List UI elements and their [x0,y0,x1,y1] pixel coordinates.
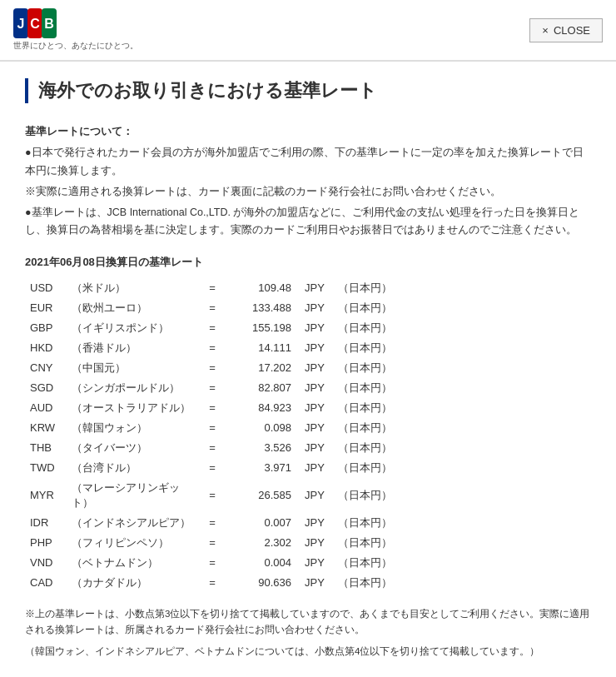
currency-name: （中国元） [67,358,200,378]
rate-value: 82.807 [225,378,300,398]
equals-sign: = [200,438,225,458]
currency-code: EUR [25,298,67,318]
equals-sign: = [200,513,225,533]
rate-value: 133.488 [225,298,300,318]
notes-line3: ●基準レートは、JCB International Co.,LTD. が海外の加… [25,204,591,240]
currency-name: （韓国ウォン） [67,418,200,438]
equals-sign: = [200,553,225,573]
jpy-code: JPY [300,378,333,398]
currency-name: （インドネシアルピア） [67,513,200,533]
jpy-code: JPY [300,418,333,438]
equals-sign: = [200,318,225,338]
currency-code: AUD [25,398,67,418]
equals-sign: = [200,378,225,398]
rate-row: HKD （香港ドル） = 14.111 JPY （日本円） [25,338,591,358]
logo-tagline: 世界にひとつ、あなたにひとつ。 [13,40,138,52]
equals-sign: = [200,398,225,418]
currency-code: GBP [25,318,67,338]
jpy-name: （日本円） [333,438,591,458]
rate-row: CNY （中国元） = 17.202 JPY （日本円） [25,358,591,378]
rate-date-title: 2021年06月08日換算日の基準レート [25,255,591,270]
jpy-code: JPY [300,573,333,593]
currency-code: VND [25,553,67,573]
close-button[interactable]: × CLOSE [529,18,603,42]
rate-row: KRW （韓国ウォン） = 0.098 JPY （日本円） [25,418,591,438]
rate-row: MYR （マレーシアリンギット） = 26.585 JPY （日本円） [25,478,591,513]
currency-code: MYR [25,478,67,513]
equals-sign: = [200,418,225,438]
rate-row: GBP （イギリスポンド） = 155.198 JPY （日本円） [25,318,591,338]
rate-row: PHP （フィリピンペソ） = 2.302 JPY （日本円） [25,533,591,553]
logo-area: J C B 世界にひとつ、あなたにひとつ。 [13,8,138,52]
currency-code: USD [25,278,67,298]
close-icon: × [542,24,549,37]
rate-value: 3.971 [225,458,300,478]
jpy-name: （日本円） [333,573,591,593]
page-title: 海外でのお取り引きにおける基準レート [25,78,591,103]
rate-row: IDR （インドネシアルピア） = 0.007 JPY （日本円） [25,513,591,533]
jpy-name: （日本円） [333,398,591,418]
jpy-code: JPY [300,513,333,533]
currency-name: （台湾ドル） [67,458,200,478]
currency-code: CNY [25,358,67,378]
rate-value: 3.526 [225,438,300,458]
currency-code: KRW [25,418,67,438]
jpy-code: JPY [300,458,333,478]
jpy-code: JPY [300,358,333,378]
currency-name: （ベトナムドン） [67,553,200,573]
rate-table: USD （米ドル） = 109.48 JPY （日本円） EUR （欧州ユーロ）… [25,278,591,593]
rate-value: 155.198 [225,318,300,338]
header: J C B 世界にひとつ、あなたにひとつ。 × CLOSE [0,0,616,61]
rate-value: 84.923 [225,398,300,418]
currency-code: HKD [25,338,67,358]
notes-line1: ●日本で発行されたカード会員の方が海外加盟店でご利用の際、下の基準レートに一定の… [25,144,591,180]
jpy-code: JPY [300,478,333,513]
equals-sign: = [200,478,225,513]
currency-code: IDR [25,513,67,533]
rate-row: THB （タイバーツ） = 3.526 JPY （日本円） [25,438,591,458]
jpy-name: （日本円） [333,378,591,398]
jpy-name: （日本円） [333,298,591,318]
jpy-code: JPY [300,398,333,418]
jpy-code: JPY [300,278,333,298]
jpy-name: （日本円） [333,458,591,478]
svg-text:B: B [44,17,54,31]
equals-sign: = [200,298,225,318]
jpy-code: JPY [300,438,333,458]
footnote-1b: （韓国ウォン、インドネシアルピア、ベトナムドンについては、小数点第4位以下を切り… [25,644,591,660]
equals-sign: = [200,533,225,553]
currency-name: （フィリピンペソ） [67,533,200,553]
rate-row: AUD （オーストラリアドル） = 84.923 JPY （日本円） [25,398,591,418]
jpy-code: JPY [300,338,333,358]
footnote-1: ※上の基準レートは、小数点第3位以下を切り捨てて掲載していますので、あくまでも目… [25,606,591,639]
rate-row: EUR （欧州ユーロ） = 133.488 JPY （日本円） [25,298,591,318]
rate-value: 0.007 [225,513,300,533]
currency-code: PHP [25,533,67,553]
jpy-name: （日本円） [333,553,591,573]
equals-sign: = [200,278,225,298]
currency-code: CAD [25,573,67,593]
rate-value: 90.636 [225,573,300,593]
rate-value: 26.585 [225,478,300,513]
rate-row: SGD （シンガポールドル） = 82.807 JPY （日本円） [25,378,591,398]
rate-value: 2.302 [225,533,300,553]
equals-sign: = [200,573,225,593]
currency-name: （マレーシアリンギット） [67,478,200,513]
rate-row: TWD （台湾ドル） = 3.971 JPY （日本円） [25,458,591,478]
currency-name: （欧州ユーロ） [67,298,200,318]
jpy-name: （日本円） [333,318,591,338]
currency-name: （オーストラリアドル） [67,398,200,418]
jcb-logo: J C B [13,8,57,38]
main-content: 海外でのお取り引きにおける基準レート 基準レートについて： ●日本で発行されたカ… [0,62,616,677]
jpy-name: （日本円） [333,478,591,513]
notes-line2: ※実際に適用される換算レートは、カード裏面に記載のカード発行会社にお問い合わせく… [25,183,591,201]
jpy-name: （日本円） [333,513,591,533]
currency-name: （イギリスポンド） [67,318,200,338]
equals-sign: = [200,358,225,378]
svg-text:C: C [30,17,40,31]
currency-code: SGD [25,378,67,398]
rate-value: 14.111 [225,338,300,358]
equals-sign: = [200,458,225,478]
currency-code: THB [25,438,67,458]
jpy-code: JPY [300,318,333,338]
